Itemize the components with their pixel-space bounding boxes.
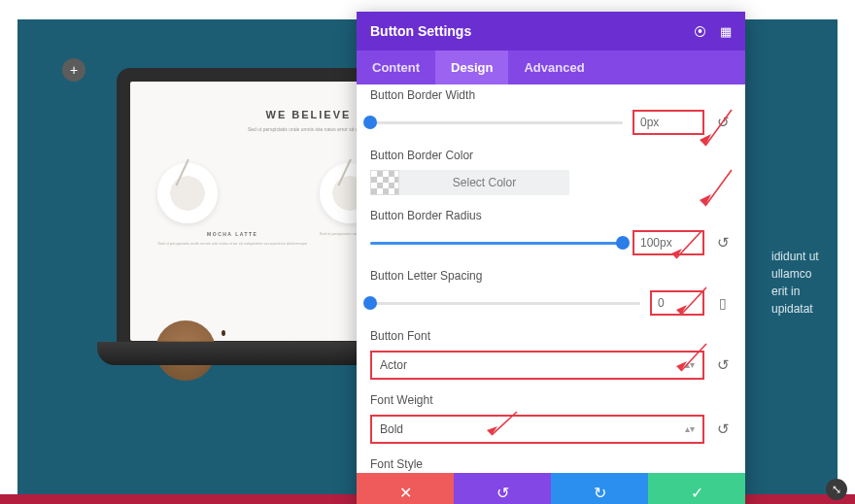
plus-icon: + xyxy=(70,62,78,78)
reset-icon[interactable]: ↺ xyxy=(714,114,732,131)
border-radius-input[interactable] xyxy=(633,230,704,255)
caret-icon: ▴▾ xyxy=(685,360,695,370)
weight-label: Font Weight xyxy=(370,393,732,407)
tab-advanced[interactable]: Advanced xyxy=(508,50,599,84)
modal-footer: ✕ ↺ ↻ ✓ xyxy=(357,473,745,504)
border-radius-label: Button Border Radius xyxy=(370,209,732,222)
style-label: Font Style xyxy=(370,457,732,471)
weight-select-value: Bold xyxy=(380,422,403,436)
letter-spacing-label: Button Letter Spacing xyxy=(370,269,732,283)
font-select[interactable]: Actor ▴▾ xyxy=(370,351,704,380)
reset-icon[interactable]: ↺ xyxy=(714,234,732,252)
cup-image xyxy=(157,163,218,223)
coffee-bean xyxy=(222,330,225,336)
modal-title: Button Settings xyxy=(370,23,471,39)
slider-thumb[interactable] xyxy=(616,236,630,250)
modal-header[interactable]: Button Settings ⦿ ▦ xyxy=(357,12,745,50)
tab-design[interactable]: Design xyxy=(435,50,508,84)
product-desc: Sed ut perspiciatis unde omnis iste natu… xyxy=(157,241,307,247)
slider-thumb[interactable] xyxy=(363,116,377,129)
check-icon: ✓ xyxy=(691,484,703,502)
redo-button[interactable]: ↻ xyxy=(551,473,648,504)
modal-tabs: Content Design Advanced xyxy=(357,50,745,84)
button-settings-modal: Button Settings ⦿ ▦ Content Design Advan… xyxy=(357,12,745,504)
slider-thumb[interactable] xyxy=(363,296,377,310)
border-color-label: Button Border Color xyxy=(370,149,732,162)
select-color-button[interactable]: Select Color xyxy=(399,170,569,195)
responsive-icon[interactable]: ▯ xyxy=(714,295,732,311)
weight-select[interactable]: Bold ▴▾ xyxy=(370,415,704,444)
caret-icon: ▴▾ xyxy=(685,424,695,434)
color-swatch-transparent[interactable] xyxy=(370,170,399,195)
snap-icon[interactable]: ▦ xyxy=(720,24,732,39)
modal-body: Button Border Width ↺ Button Border Colo… xyxy=(357,84,745,473)
background-lorem-text: ididunt ut ullamco erit in upidatat xyxy=(771,248,832,318)
save-button[interactable]: ✓ xyxy=(648,473,745,504)
letter-spacing-slider[interactable] xyxy=(370,302,640,305)
product-card: MOCHA LATTE Sed ut perspiciatis unde omn… xyxy=(157,163,307,247)
border-radius-slider[interactable] xyxy=(370,242,623,245)
cancel-button[interactable]: ✕ xyxy=(357,473,454,504)
font-select-value: Actor xyxy=(380,358,407,372)
reset-icon[interactable]: ↺ xyxy=(714,356,732,374)
resize-handle[interactable]: ⤡ xyxy=(826,479,847,500)
redo-icon: ↻ xyxy=(594,484,606,502)
reset-icon[interactable]: ↺ xyxy=(714,420,732,438)
border-width-input[interactable] xyxy=(633,110,704,135)
undo-button[interactable]: ↺ xyxy=(454,473,551,504)
undo-icon: ↺ xyxy=(496,484,509,502)
product-label: MOCHA LATTE xyxy=(157,231,307,237)
add-module-button[interactable]: + xyxy=(62,58,86,82)
resize-icon: ⤡ xyxy=(832,483,841,496)
tab-content[interactable]: Content xyxy=(357,50,435,84)
close-icon: ✕ xyxy=(399,484,412,502)
font-label: Button Font xyxy=(370,329,732,343)
letter-spacing-input[interactable] xyxy=(650,290,704,316)
border-width-label: Button Border Width xyxy=(370,88,732,102)
border-width-slider[interactable] xyxy=(370,121,623,124)
expand-icon[interactable]: ⦿ xyxy=(694,24,706,39)
